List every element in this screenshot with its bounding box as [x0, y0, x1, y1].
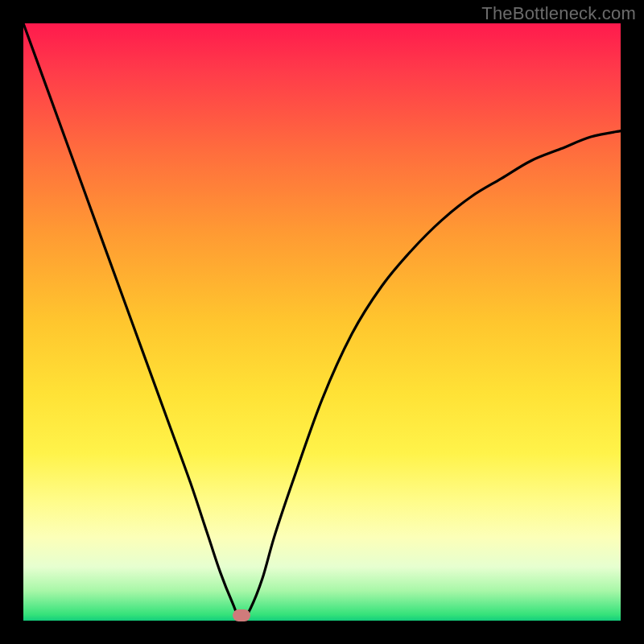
watermark-text: TheBottleneck.com	[481, 3, 636, 24]
chart-plot-area	[23, 23, 621, 621]
optimum-marker	[233, 609, 250, 621]
curve-path	[23, 23, 621, 621]
bottleneck-curve	[23, 23, 621, 621]
